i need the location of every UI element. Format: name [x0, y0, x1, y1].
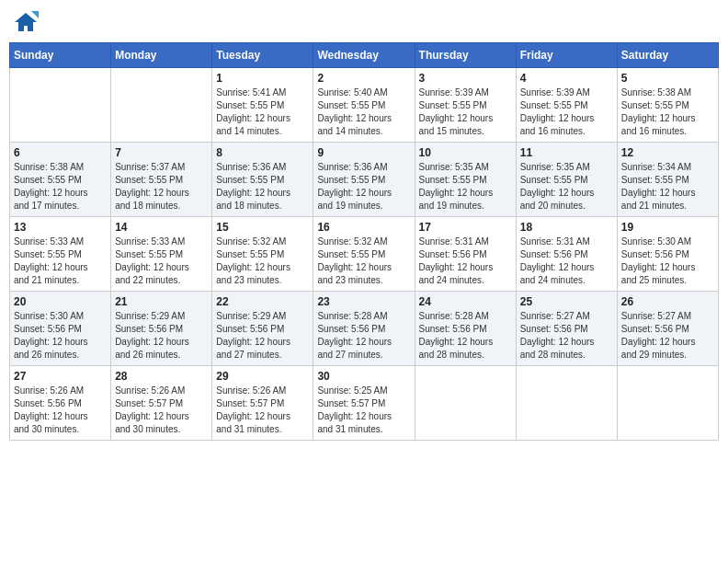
day-number: 14: [115, 221, 208, 234]
weekday-header: Wednesday: [313, 43, 415, 68]
day-info: Sunrise: 5:33 AM Sunset: 5:55 PM Dayligh…: [115, 236, 208, 287]
day-info: Sunrise: 5:35 AM Sunset: 5:55 PM Dayligh…: [520, 161, 613, 213]
calendar-cell: 9Sunrise: 5:36 AM Sunset: 5:55 PM Daylig…: [313, 143, 415, 217]
calendar-week-row: 20Sunrise: 5:30 AM Sunset: 5:56 PM Dayli…: [10, 292, 719, 366]
calendar-header-row: SundayMondayTuesdayWednesdayThursdayFrid…: [10, 43, 719, 68]
calendar-week-row: 1Sunrise: 5:41 AM Sunset: 5:55 PM Daylig…: [10, 68, 719, 143]
day-number: 24: [419, 295, 512, 308]
calendar-cell: [10, 68, 111, 143]
day-number: 20: [14, 295, 107, 308]
day-number: 28: [115, 370, 208, 383]
calendar-cell: 15Sunrise: 5:32 AM Sunset: 5:55 PM Dayli…: [212, 217, 313, 292]
calendar-cell: 5Sunrise: 5:38 AM Sunset: 5:55 PM Daylig…: [617, 68, 718, 143]
calendar-cell: 26Sunrise: 5:27 AM Sunset: 5:56 PM Dayli…: [617, 292, 718, 366]
calendar-cell: 17Sunrise: 5:31 AM Sunset: 5:56 PM Dayli…: [415, 217, 516, 292]
day-info: Sunrise: 5:26 AM Sunset: 5:57 PM Dayligh…: [115, 385, 208, 436]
calendar-cell: 25Sunrise: 5:27 AM Sunset: 5:56 PM Dayli…: [516, 292, 617, 366]
calendar-cell: 23Sunrise: 5:28 AM Sunset: 5:56 PM Dayli…: [313, 292, 415, 366]
calendar-cell: 8Sunrise: 5:36 AM Sunset: 5:55 PM Daylig…: [212, 143, 313, 217]
calendar-cell: 22Sunrise: 5:29 AM Sunset: 5:56 PM Dayli…: [212, 292, 313, 366]
day-info: Sunrise: 5:38 AM Sunset: 5:55 PM Dayligh…: [14, 161, 107, 213]
calendar-week-row: 6Sunrise: 5:38 AM Sunset: 5:55 PM Daylig…: [10, 143, 719, 217]
calendar-cell: [617, 366, 718, 441]
weekday-header: Friday: [516, 43, 617, 68]
calendar-cell: 29Sunrise: 5:26 AM Sunset: 5:57 PM Dayli…: [212, 366, 313, 441]
day-info: Sunrise: 5:30 AM Sunset: 5:56 PM Dayligh…: [14, 310, 107, 362]
day-number: 2: [317, 72, 410, 85]
day-info: Sunrise: 5:31 AM Sunset: 5:56 PM Dayligh…: [419, 236, 512, 287]
day-info: Sunrise: 5:33 AM Sunset: 5:55 PM Dayligh…: [14, 236, 107, 287]
calendar-cell: 3Sunrise: 5:39 AM Sunset: 5:55 PM Daylig…: [415, 68, 516, 143]
calendar-cell: 24Sunrise: 5:28 AM Sunset: 5:56 PM Dayli…: [415, 292, 516, 366]
day-info: Sunrise: 5:34 AM Sunset: 5:55 PM Dayligh…: [621, 161, 714, 213]
day-number: 4: [520, 72, 613, 85]
calendar-week-row: 27Sunrise: 5:26 AM Sunset: 5:56 PM Dayli…: [10, 366, 719, 441]
calendar-cell: 10Sunrise: 5:35 AM Sunset: 5:55 PM Dayli…: [415, 143, 516, 217]
calendar-table: SundayMondayTuesdayWednesdayThursdayFrid…: [9, 42, 719, 441]
day-number: 18: [520, 221, 613, 234]
day-info: Sunrise: 5:26 AM Sunset: 5:56 PM Dayligh…: [14, 385, 107, 436]
calendar-week-row: 13Sunrise: 5:33 AM Sunset: 5:55 PM Dayli…: [10, 217, 719, 292]
calendar-cell: 12Sunrise: 5:34 AM Sunset: 5:55 PM Dayli…: [617, 143, 718, 217]
weekday-header: Sunday: [10, 43, 111, 68]
calendar-cell: 30Sunrise: 5:25 AM Sunset: 5:57 PM Dayli…: [313, 366, 415, 441]
day-number: 9: [317, 146, 410, 159]
day-info: Sunrise: 5:27 AM Sunset: 5:56 PM Dayligh…: [621, 310, 714, 362]
day-number: 16: [317, 221, 410, 234]
day-info: Sunrise: 5:32 AM Sunset: 5:55 PM Dayligh…: [216, 236, 309, 287]
calendar-cell: 19Sunrise: 5:30 AM Sunset: 5:56 PM Dayli…: [617, 217, 718, 292]
calendar-cell: 21Sunrise: 5:29 AM Sunset: 5:56 PM Dayli…: [111, 292, 212, 366]
logo: [13, 9, 42, 35]
day-info: Sunrise: 5:36 AM Sunset: 5:55 PM Dayligh…: [317, 161, 410, 213]
day-info: Sunrise: 5:41 AM Sunset: 5:55 PM Dayligh…: [216, 86, 309, 138]
day-info: Sunrise: 5:37 AM Sunset: 5:55 PM Dayligh…: [115, 161, 208, 213]
calendar-cell: 11Sunrise: 5:35 AM Sunset: 5:55 PM Dayli…: [516, 143, 617, 217]
weekday-header: Monday: [111, 43, 212, 68]
calendar-cell: 1Sunrise: 5:41 AM Sunset: 5:55 PM Daylig…: [212, 68, 313, 143]
day-info: Sunrise: 5:40 AM Sunset: 5:55 PM Dayligh…: [317, 86, 410, 138]
day-info: Sunrise: 5:29 AM Sunset: 5:56 PM Dayligh…: [115, 310, 208, 362]
day-info: Sunrise: 5:39 AM Sunset: 5:55 PM Dayligh…: [419, 86, 512, 138]
day-info: Sunrise: 5:35 AM Sunset: 5:55 PM Dayligh…: [419, 161, 512, 213]
weekday-header: Thursday: [415, 43, 516, 68]
day-number: 3: [419, 72, 512, 85]
calendar-cell: 16Sunrise: 5:32 AM Sunset: 5:55 PM Dayli…: [313, 217, 415, 292]
calendar-cell: 18Sunrise: 5:31 AM Sunset: 5:56 PM Dayli…: [516, 217, 617, 292]
day-info: Sunrise: 5:28 AM Sunset: 5:56 PM Dayligh…: [317, 310, 410, 362]
calendar-cell: 20Sunrise: 5:30 AM Sunset: 5:56 PM Dayli…: [10, 292, 111, 366]
weekday-header: Tuesday: [212, 43, 313, 68]
day-number: 19: [621, 221, 714, 234]
day-number: 26: [621, 295, 714, 308]
day-number: 1: [216, 72, 309, 85]
calendar-cell: 27Sunrise: 5:26 AM Sunset: 5:56 PM Dayli…: [10, 366, 111, 441]
calendar-cell: 2Sunrise: 5:40 AM Sunset: 5:55 PM Daylig…: [313, 68, 415, 143]
day-info: Sunrise: 5:27 AM Sunset: 5:56 PM Dayligh…: [520, 310, 613, 362]
day-number: 6: [14, 146, 107, 159]
day-info: Sunrise: 5:38 AM Sunset: 5:55 PM Dayligh…: [621, 86, 714, 138]
calendar-cell: 13Sunrise: 5:33 AM Sunset: 5:55 PM Dayli…: [10, 217, 111, 292]
calendar-cell: 14Sunrise: 5:33 AM Sunset: 5:55 PM Dayli…: [111, 217, 212, 292]
day-number: 25: [520, 295, 613, 308]
day-info: Sunrise: 5:32 AM Sunset: 5:55 PM Dayligh…: [317, 236, 410, 287]
day-number: 23: [317, 295, 410, 308]
calendar-cell: 6Sunrise: 5:38 AM Sunset: 5:55 PM Daylig…: [10, 143, 111, 217]
day-number: 29: [216, 370, 309, 383]
day-number: 27: [14, 370, 107, 383]
day-number: 12: [621, 146, 714, 159]
page-header: [9, 9, 719, 35]
day-number: 21: [115, 295, 208, 308]
day-info: Sunrise: 5:28 AM Sunset: 5:56 PM Dayligh…: [419, 310, 512, 362]
day-info: Sunrise: 5:30 AM Sunset: 5:56 PM Dayligh…: [621, 236, 714, 287]
day-number: 22: [216, 295, 309, 308]
logo-icon: [13, 9, 39, 35]
calendar-cell: 7Sunrise: 5:37 AM Sunset: 5:55 PM Daylig…: [111, 143, 212, 217]
weekday-header: Saturday: [617, 43, 718, 68]
calendar-cell: 28Sunrise: 5:26 AM Sunset: 5:57 PM Dayli…: [111, 366, 212, 441]
day-number: 5: [621, 72, 714, 85]
calendar-cell: [111, 68, 212, 143]
day-number: 11: [520, 146, 613, 159]
day-info: Sunrise: 5:25 AM Sunset: 5:57 PM Dayligh…: [317, 385, 410, 436]
calendar-cell: 4Sunrise: 5:39 AM Sunset: 5:55 PM Daylig…: [516, 68, 617, 143]
day-info: Sunrise: 5:29 AM Sunset: 5:56 PM Dayligh…: [216, 310, 309, 362]
day-number: 7: [115, 146, 208, 159]
